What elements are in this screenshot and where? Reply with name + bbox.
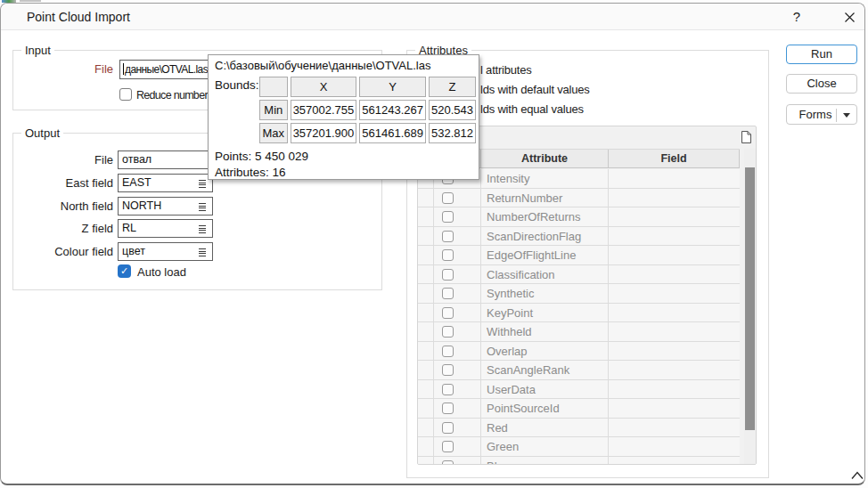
row-selector-cell[interactable] <box>418 207 434 226</box>
attribute-name-cell: PointSourceId <box>481 399 609 418</box>
row-selector-cell[interactable] <box>418 304 434 322</box>
field-cell[interactable] <box>609 207 740 226</box>
attribute-row-red[interactable]: Red <box>418 419 740 438</box>
output-file-field[interactable]: отвал <box>118 150 213 169</box>
field-cell[interactable] <box>609 169 740 188</box>
attribute-checkbox[interactable] <box>442 192 454 204</box>
attribute-row-scandirectionflag[interactable]: ScanDirectionFlag <box>418 227 740 247</box>
output-east-field-label: East field <box>19 176 113 190</box>
output-north-field-field[interactable]: NORTH <box>118 197 213 216</box>
field-cell[interactable] <box>609 342 740 361</box>
scrollbar-track[interactable] <box>744 149 756 465</box>
attribute-checkbox[interactable] <box>442 403 454 414</box>
attribute-row-numberofreturns[interactable]: NumberOfReturns <box>418 207 740 227</box>
new-form-icon[interactable] <box>741 130 752 148</box>
output-z-field-field[interactable]: RL <box>118 219 213 238</box>
attributes-option-2[interactable]: lds with default values <box>480 83 590 96</box>
list-icon[interactable] <box>199 180 206 188</box>
field-cell[interactable] <box>609 419 740 437</box>
field-cell[interactable] <box>609 457 740 466</box>
field-cell[interactable] <box>609 322 740 341</box>
field-cell[interactable] <box>609 284 740 303</box>
attribute-checkbox[interactable] <box>442 211 454 223</box>
attribute-checkbox[interactable] <box>442 441 454 452</box>
attribute-row-returnnumber[interactable]: ReturnNumber <box>418 189 740 208</box>
field-cell[interactable] <box>609 246 740 264</box>
attribute-row-green[interactable]: Green <box>418 437 740 457</box>
close-dialog-button[interactable]: Close <box>786 74 857 94</box>
attribute-checkbox[interactable] <box>442 460 454 466</box>
row-selector-cell[interactable] <box>418 457 434 466</box>
reduce-number-checkbox[interactable] <box>119 88 132 101</box>
row-selector-cell[interactable] <box>418 265 434 284</box>
attribute-checkbox[interactable] <box>442 422 454 434</box>
field-cell[interactable] <box>609 399 740 418</box>
row-selector-cell[interactable] <box>418 380 434 399</box>
row-checkbox-cell <box>434 419 481 437</box>
output-group-label: Output <box>21 126 63 140</box>
field-cell[interactable] <box>609 437 740 456</box>
forms-button[interactable]: Forms <box>786 104 857 125</box>
tooltip-attribute-count: Attributes: 16 <box>215 166 286 179</box>
reduce-number-label[interactable]: Reduce number <box>136 89 208 102</box>
row-selector-cell[interactable] <box>418 246 434 264</box>
attribute-row-keypoint[interactable]: KeyPoint <box>418 304 740 323</box>
attribute-row-blue[interactable]: Blue <box>418 457 740 466</box>
attribute-row-userdata[interactable]: UserData <box>418 380 740 400</box>
output-colour-field-field[interactable]: цвет <box>118 242 213 261</box>
list-icon[interactable] <box>199 225 206 233</box>
field-cell[interactable] <box>609 361 740 379</box>
attribute-name: Synthetic <box>487 287 534 300</box>
field-cell[interactable] <box>609 189 740 207</box>
attributes-option-3[interactable]: lds with equal values <box>480 102 584 116</box>
row-selector-cell[interactable] <box>418 189 434 207</box>
list-icon[interactable] <box>199 248 206 256</box>
scrollbar-thumb[interactable] <box>745 167 755 430</box>
attribute-row-pointsourceid[interactable]: PointSourceId <box>418 399 740 419</box>
attribute-checkbox[interactable] <box>442 346 454 357</box>
field-cell[interactable] <box>609 304 740 322</box>
field-cell[interactable] <box>609 265 740 284</box>
row-selector-cell[interactable] <box>418 284 434 303</box>
attribute-checkbox[interactable] <box>442 384 454 395</box>
output-east-field-field[interactable]: EAST <box>118 174 213 192</box>
forms-dropdown-arrow[interactable] <box>843 113 850 118</box>
field-cell[interactable] <box>609 227 740 246</box>
attribute-name: Intensity <box>487 172 529 185</box>
attribute-name-cell: Synthetic <box>481 284 609 303</box>
attribute-checkbox[interactable] <box>442 307 454 319</box>
output-file-label: File <box>19 153 113 167</box>
close-button[interactable] <box>839 11 859 30</box>
attribute-checkbox[interactable] <box>442 364 454 376</box>
attribute-row-synthetic[interactable]: Synthetic <box>418 284 740 304</box>
collapse-chevron[interactable] <box>850 468 864 484</box>
row-selector-cell[interactable] <box>418 227 434 246</box>
field-cell[interactable] <box>609 380 740 399</box>
attribute-name: Green <box>487 440 519 453</box>
attribute-row-withheld[interactable]: Withheld <box>418 322 740 342</box>
attribute-checkbox[interactable] <box>442 288 454 299</box>
help-button[interactable]: ? <box>787 7 807 27</box>
attribute-row-scananglerank[interactable]: ScanAngleRank <box>418 361 740 380</box>
attribute-row-edgeofflightline[interactable]: EdgeOfFlightLine <box>418 246 740 265</box>
row-checkbox-cell <box>434 399 481 418</box>
attribute-checkbox[interactable] <box>442 231 454 242</box>
run-button[interactable]: Run <box>786 45 857 64</box>
row-selector-cell[interactable] <box>418 437 434 456</box>
auto-load-checkbox[interactable]: ✓ <box>118 264 131 278</box>
attribute-checkbox[interactable] <box>442 326 454 338</box>
auto-load-label[interactable]: Auto load <box>137 265 186 279</box>
row-checkbox-cell <box>434 189 481 207</box>
row-selector-cell[interactable] <box>418 361 434 379</box>
row-selector-cell[interactable] <box>418 342 434 361</box>
attribute-row-classification[interactable]: Classification <box>418 265 740 285</box>
attribute-name-cell: ScanDirectionFlag <box>481 227 609 246</box>
attribute-checkbox[interactable] <box>442 249 454 261</box>
row-selector-cell[interactable] <box>418 399 434 418</box>
list-icon[interactable] <box>199 203 206 211</box>
row-selector-cell[interactable] <box>418 419 434 437</box>
row-selector-cell[interactable] <box>418 322 434 341</box>
attributes-option-1[interactable]: l attributes <box>480 63 532 77</box>
attribute-row-overlap[interactable]: Overlap <box>418 342 740 362</box>
attribute-checkbox[interactable] <box>442 269 454 281</box>
